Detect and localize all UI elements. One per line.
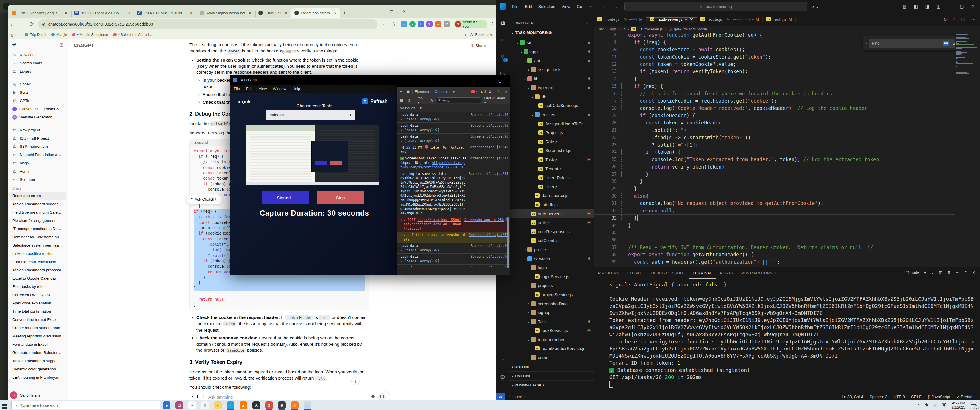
- console-sidebar-icon[interactable]: ▤: [398, 96, 406, 105]
- tab-close-icon[interactable]: ✕: [248, 11, 252, 15]
- chat-history-item[interactable]: Excel to Google Calendar: [10, 274, 66, 283]
- tree-item[interactable]: JSauth-server.jsM: [509, 209, 594, 218]
- vlc-icon[interactable]: ▲: [240, 402, 247, 409]
- code-line[interactable]: 20 const token = cookieHeader: [594, 119, 955, 127]
- tree-item[interactable]: ⌄login: [509, 263, 594, 272]
- chat-history-item[interactable]: Meeting reporting discussion: [10, 332, 66, 340]
- code-line[interactable]: 14 }: [594, 75, 955, 83]
- vscode-icon[interactable]: ◿: [227, 402, 234, 409]
- tree-item[interactable]: ›profile: [509, 245, 594, 254]
- source-location-link[interactable]: ScreenshotApp.js:96: [471, 134, 508, 139]
- browser-tab[interactable]: W150k+ TRANSLATIONS | English✕: [134, 8, 197, 17]
- browser-tab[interactable]: W150k+ TRANSLATIONS | English✕: [72, 8, 134, 17]
- editor-tab[interactable]: JSauth-server.jsM✕: [646, 17, 697, 22]
- menubar-item[interactable]: View: [558, 4, 573, 9]
- tree-item[interactable]: JSUser_Role.js: [509, 173, 594, 182]
- status-item[interactable]: {} JavaScript: [928, 395, 950, 399]
- tree-item[interactable]: JSdata-source.js: [509, 191, 594, 200]
- notification-center-icon[interactable]: 2: [970, 402, 977, 409]
- tree-chevron-icon[interactable]: ›: [527, 311, 531, 314]
- chat-history-item[interactable]: Pie chart for engagement: [10, 216, 66, 225]
- paint-icon[interactable]: ◗: [214, 402, 222, 409]
- tree-item[interactable]: JSAssignedUsersToPr...: [509, 119, 594, 128]
- profile-chip[interactable]: S Verify it's you: [454, 20, 488, 29]
- slack-icon[interactable]: ✦: [188, 402, 196, 409]
- chat-history-item[interactable]: Tableau dashboard suggestions: [10, 357, 66, 365]
- address-bar[interactable]: ⊜ chatgpt.com/c/68b68f92-ee40-832d-97e1-…: [38, 19, 378, 29]
- tree-chevron-icon[interactable]: ⌄: [515, 41, 520, 44]
- chat-history-item[interactable]: Apex code explanation: [10, 299, 66, 307]
- bookmark-star-icon[interactable]: ☆: [389, 21, 399, 27]
- source-location-link[interactable]: ScreenshotApp.js:96: [471, 254, 508, 259]
- code-line[interactable]: 32 return null;: [594, 207, 955, 215]
- extensions-puzzle-icon[interactable]: ⧩: [444, 21, 450, 27]
- error-count-badge[interactable]: ✕4: [471, 90, 478, 94]
- panel-tab[interactable]: TERMINAL: [689, 267, 716, 279]
- chat-history-item[interactable]: Field type meaning in Salesforce: [10, 208, 66, 216]
- model-selector[interactable]: ChatGPT⌄: [74, 43, 99, 48]
- code-line[interactable]: 16 // This is for manual fetch where we …: [594, 90, 955, 97]
- tree-item[interactable]: JSTask.jsM: [509, 155, 594, 164]
- browser-tab[interactable]: www.english-welsh.net✕: [197, 8, 255, 17]
- editor-tab[interactable]: JSauth.jsM: [763, 17, 796, 22]
- command-center-search[interactable]: ⌕ task-monitoring: [624, 2, 807, 11]
- remote-indicator[interactable]: ⪡⪢: [496, 393, 505, 400]
- chat-history-item[interactable]: Dynamic color generation: [10, 365, 66, 373]
- tab-close-icon[interactable]: ✕: [283, 11, 288, 15]
- run-file-icon[interactable]: ▷: [944, 17, 948, 22]
- breadcrumb-item[interactable]: app: [610, 27, 616, 31]
- console-entry[interactable]: task data:▸ {tasks: Array(19)}Screenshot…: [398, 123, 510, 133]
- chat-history-item[interactable]: Corrected LWC syntax: [10, 291, 66, 299]
- console-entry[interactable]: [4:55:11 PM] Idle: 0s, Active: 30sScreen…: [398, 145, 510, 156]
- code-line[interactable]: 27 }: [594, 170, 955, 178]
- sidebar-project-item[interactable]: 🗀SSP-momentum: [10, 142, 66, 151]
- code-line[interactable]: 19 if (cookieHeader) {: [594, 112, 955, 119]
- editor-tab[interactable]: JSroute.js...\screenshot-dataM: [697, 17, 763, 22]
- task-select[interactable]: safdgas ▾: [266, 110, 355, 121]
- back-icon[interactable]: ←: [8, 21, 18, 27]
- extension-icon[interactable]: ●: [409, 21, 416, 27]
- code-line[interactable]: 23 ?.split("=")[1];: [594, 141, 955, 149]
- extension-icon[interactable]: ▲: [435, 21, 441, 27]
- new-terminal-icon[interactable]: +: [924, 270, 926, 275]
- chrome-profile-icon[interactable]: ◉: [278, 402, 286, 409]
- menu-item[interactable]: Help: [293, 87, 300, 91]
- notepad-icon[interactable]: ▯: [201, 402, 209, 409]
- window-close-button[interactable]: ✕: [971, 4, 975, 9]
- panel-tab[interactable]: PROBLEMS: [594, 267, 623, 279]
- attach-plus-icon[interactable]: +: [202, 394, 205, 400]
- console-entry[interactable]: task data:▸ {tasks: Array(19)}Screenshot…: [398, 264, 510, 267]
- xampp-icon[interactable]: X: [291, 402, 299, 409]
- project-root[interactable]: ⌄ TASK-MONITORING: [511, 30, 552, 35]
- wifi-icon[interactable]: [942, 403, 947, 408]
- tree-chevron-icon[interactable]: ›: [527, 68, 531, 72]
- code-line[interactable]: 25 console.log("Token extracted from hea…: [594, 156, 955, 163]
- terminal-dropdown-icon[interactable]: ⌄: [931, 270, 934, 275]
- explorer-icon[interactable]: ⧉: [496, 16, 509, 30]
- more-tabs-icon[interactable]: »: [451, 87, 457, 96]
- info-icon[interactable]: ⓘ: [292, 49, 296, 54]
- menu-item[interactable]: View: [259, 87, 267, 91]
- console-entry[interactable]: task data:▸ {tasks: Array(19)}Screenshot…: [398, 133, 510, 145]
- account-icon[interactable]: ◔: [496, 353, 509, 367]
- devtools-close-icon[interactable]: ✕: [502, 89, 510, 94]
- tree-item[interactable]: JSinit-db.js: [509, 200, 594, 209]
- tree-item[interactable]: ⌄entities: [509, 110, 594, 119]
- devtools-titlebar[interactable]: — ▢: [398, 75, 510, 87]
- all-bookmarks-button[interactable]: 🗀 All Bookmarks: [465, 33, 493, 37]
- tab-close-icon[interactable]: ✕: [189, 11, 194, 15]
- breadcrumb-item[interactable]: auth-server.js: [640, 27, 663, 31]
- console-entry[interactable]: ✓Screenshot saved under Task: safdgas [4…: [398, 156, 510, 171]
- menubar-item[interactable]: ⋯: [585, 4, 596, 9]
- log-levels-selector[interactable]: Default levels ▾: [482, 96, 510, 105]
- code-line[interactable]: 24 if (token) {: [594, 149, 955, 156]
- chat-history-item[interactable]: Reminder for Salesforce survey: [10, 233, 66, 241]
- nav-forward-icon[interactable]: →: [611, 4, 621, 9]
- taskbar-search[interactable]: ⌕ Type here to search: [11, 401, 160, 410]
- react-app-titlebar[interactable]: React App: [230, 75, 399, 84]
- git-branch[interactable]: ⑂ main* ⟳: [509, 395, 526, 399]
- breadcrumb-item[interactable]: src: [599, 27, 604, 31]
- menu-item[interactable]: Window: [273, 87, 286, 91]
- terminal-output[interactable]: signal: AbortSignal { aborted: false }}C…: [609, 281, 975, 389]
- source-location-link[interactable]: ScreenshotApp.js:96: [471, 124, 508, 128]
